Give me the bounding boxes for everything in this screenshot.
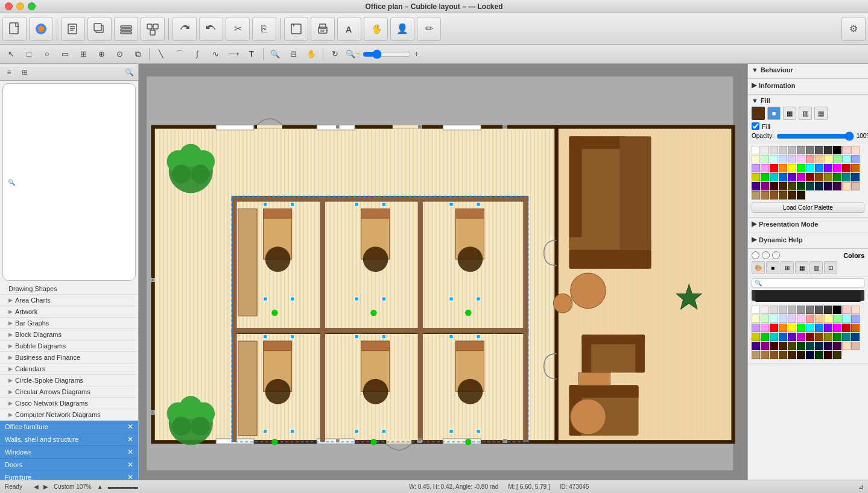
color-swatch[interactable] (833, 351, 841, 359)
color-swatch[interactable] (752, 315, 760, 323)
color-swatch[interactable] (851, 333, 860, 341)
color-swatch[interactable] (833, 155, 841, 163)
page-up-button[interactable]: ▲ (95, 483, 105, 491)
color-swatch[interactable] (770, 351, 778, 359)
color-swatch[interactable] (770, 342, 778, 350)
color-swatch[interactable] (761, 155, 769, 163)
user-button[interactable]: 👤 (390, 17, 414, 41)
color-swatch[interactable] (824, 315, 832, 323)
color-swatch[interactable] (779, 333, 787, 341)
color-swatch[interactable] (815, 182, 823, 190)
color-swatch[interactable] (788, 351, 796, 359)
color-swatch[interactable] (788, 315, 796, 323)
color-swatch[interactable] (770, 191, 778, 199)
settings-button[interactable]: ⚙ (841, 17, 866, 41)
color-swatch[interactable] (761, 164, 769, 172)
color-swatch[interactable] (806, 342, 814, 350)
color-swatch[interactable] (752, 164, 760, 172)
color-swatch[interactable] (779, 306, 787, 314)
new-button[interactable] (2, 17, 27, 41)
select-tool[interactable]: ↖ (2, 47, 19, 61)
color-swatch[interactable] (788, 155, 796, 163)
color-swatch[interactable] (788, 191, 796, 199)
prev-page-button[interactable]: ◀ (32, 483, 40, 491)
color-swatch[interactable] (806, 333, 814, 341)
fill-enabled-checkbox[interactable] (752, 122, 759, 130)
search-input[interactable] (15, 178, 130, 186)
color-swatch[interactable] (797, 173, 805, 181)
bezier-tool[interactable]: ∿ (207, 47, 224, 61)
color-swatch[interactable] (824, 351, 832, 359)
close-icon[interactable]: ✕ (127, 473, 133, 480)
line-tool[interactable]: ╲ (153, 47, 169, 61)
color-swatch[interactable] (815, 315, 823, 323)
color-swatch[interactable] (788, 173, 796, 181)
color-swatch[interactable] (752, 146, 760, 154)
color-swatch[interactable] (752, 182, 760, 190)
color-swatch[interactable] (788, 333, 796, 341)
behaviour-title[interactable]: ▼ Behaviour (752, 66, 864, 74)
color-swatch[interactable] (779, 351, 787, 359)
color-swatch[interactable] (752, 173, 760, 181)
color-swatch[interactable] (779, 164, 787, 172)
color-swatch[interactable] (797, 351, 805, 359)
close-icon[interactable]: ✕ (127, 422, 133, 431)
color-swatch[interactable] (806, 155, 814, 163)
resize-handle[interactable]: ⊿ (858, 483, 863, 490)
color-tool-1[interactable]: 🎨 (752, 261, 765, 274)
color-swatch[interactable] (851, 342, 860, 350)
close-icon[interactable]: ✕ (127, 460, 133, 469)
ellipse-tool[interactable]: ○ (39, 47, 55, 61)
grid-toggle[interactable] (29, 17, 53, 41)
color-swatch[interactable] (761, 191, 769, 199)
panel-view-toggle[interactable]: ≡ (2, 66, 16, 79)
color-swatch[interactable] (788, 324, 796, 332)
subcategory-office-furniture[interactable]: Office furniture ✕ (0, 421, 138, 433)
color-swatch[interactable] (752, 351, 760, 359)
color-swatch[interactable] (842, 315, 851, 323)
color-swatch[interactable] (752, 333, 760, 341)
category-block-diagrams[interactable]: ▶ Block Diagrams (0, 329, 138, 341)
color-swatch[interactable] (842, 324, 851, 332)
color-swatch[interactable] (842, 164, 851, 172)
maximize-button[interactable] (28, 2, 36, 10)
color-tool-3[interactable]: ⊞ (781, 261, 794, 274)
color-tool-6[interactable]: ⊡ (824, 261, 837, 274)
cut-button[interactable]: ✂ (226, 17, 250, 41)
color-swatch[interactable] (851, 306, 860, 314)
color-swatch[interactable] (833, 182, 841, 190)
color-swatch[interactable] (788, 164, 796, 172)
color-tool-2[interactable]: ■ (766, 261, 779, 274)
color-swatch[interactable] (761, 146, 769, 154)
color-swatch[interactable] (779, 315, 787, 323)
color-swatch[interactable] (761, 333, 769, 341)
color-swatch[interactable] (815, 155, 823, 163)
color-swatch[interactable] (842, 173, 851, 181)
color-swatch[interactable] (752, 191, 760, 199)
color-mode-radio3[interactable] (772, 251, 780, 259)
color-swatch[interactable] (833, 146, 841, 154)
color-swatch[interactable] (842, 155, 851, 163)
duplicate-button[interactable] (87, 17, 112, 41)
layers-button[interactable] (114, 17, 138, 41)
color-swatch[interactable] (824, 164, 832, 172)
container-tool[interactable]: ▭ (57, 47, 74, 61)
align-button[interactable] (141, 17, 165, 41)
color-swatch[interactable] (851, 155, 860, 163)
color-mode-radio1[interactable] (752, 251, 759, 259)
print-button[interactable] (311, 17, 335, 41)
subcategory-doors[interactable]: Doors ✕ (0, 459, 138, 471)
color-swatch[interactable] (833, 333, 841, 341)
color-swatch[interactable] (815, 333, 823, 341)
color-swatch[interactable] (770, 324, 778, 332)
zoom-fit-button[interactable] (284, 17, 308, 41)
arc-tool[interactable]: ⌒ (171, 47, 188, 61)
pen-button[interactable]: ✏ (417, 17, 441, 41)
color-swatch[interactable] (770, 315, 778, 323)
color-swatch[interactable] (761, 342, 769, 350)
subcategory-furniture[interactable]: Furniture ✕ (0, 471, 138, 480)
arrange-tool[interactable]: ⧉ (129, 47, 146, 61)
color-swatch[interactable] (779, 191, 787, 199)
color-swatch[interactable] (806, 315, 814, 323)
color-swatch[interactable] (806, 306, 814, 314)
